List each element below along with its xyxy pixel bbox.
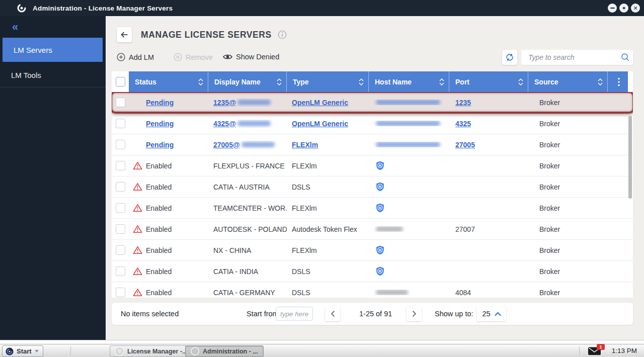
page-size-value: 25 [482, 310, 490, 318]
remote-shield-icon: R [376, 182, 384, 192]
host-name-cell: R [369, 203, 449, 213]
display-name-cell: 27005@ [208, 141, 287, 149]
app-logo-icon [191, 347, 199, 355]
circle-x-icon [174, 53, 182, 61]
page-size-dropdown[interactable]: 25 [477, 306, 506, 321]
start-button[interactable]: Start [2, 345, 43, 357]
start-from-input[interactable] [276, 307, 313, 321]
svg-text:R: R [379, 269, 382, 274]
column-header-status[interactable]: Status [129, 71, 208, 92]
redacted-host [376, 290, 408, 295]
sort-icon [359, 78, 364, 86]
selection-status: No items selected [121, 303, 179, 325]
search-input[interactable] [527, 53, 621, 62]
source-cell: Broker [528, 267, 608, 276]
start-label: Start [17, 347, 32, 355]
row-checkbox[interactable] [116, 98, 125, 107]
row-checkbox[interactable] [116, 266, 125, 276]
table-row[interactable]: Enabled AUTODESK - POLAND Autodesk Token… [112, 219, 633, 240]
source-cell: Broker [528, 246, 608, 254]
row-checkbox[interactable] [116, 182, 125, 192]
vertical-scrollbar-thumb[interactable] [628, 116, 632, 199]
sidebar-collapse-icon[interactable]: « [12, 21, 18, 34]
svg-text:R: R [379, 185, 382, 189]
mail-notification-icon[interactable]: 1 [588, 346, 601, 357]
add-lm-button[interactable]: Add LM [117, 53, 154, 61]
table-row[interactable]: Pending 4325@ OpenLM Generic 4325 Broker [112, 113, 633, 134]
port-cell: 1235 [449, 99, 528, 107]
port-text[interactable]: 4325 [455, 120, 471, 128]
column-header-display-name[interactable]: Display Name [208, 71, 287, 92]
table-row[interactable]: Enabled TEAMCENTER - WOR... FLEXlm R Bro… [112, 198, 633, 219]
row-checkbox-cell [112, 266, 129, 276]
select-all-checkbox[interactable] [116, 77, 125, 86]
display-name-cell: FLEXPLUS - FRANCE [208, 162, 287, 170]
source-cell: Broker [528, 120, 608, 128]
sidebar-item-lm-tools[interactable]: LM Tools [0, 63, 106, 87]
port-text: 27007 [455, 225, 475, 233]
host-name-cell [369, 100, 449, 105]
taskbar-clock: 1:13 PM [612, 347, 637, 354]
status-text: Enabled [146, 225, 172, 233]
display-name-text[interactable]: 27005@ [213, 141, 240, 149]
remote-shield-icon: R [376, 203, 384, 213]
type-cell: FLEXlm [287, 141, 369, 149]
column-header-source[interactable]: Source [528, 71, 608, 92]
port-text[interactable]: 1235 [455, 99, 471, 107]
type-text[interactable]: FLEXlm [292, 141, 318, 149]
taskbar-item-license-manager[interactable]: License Manager -... [110, 345, 193, 357]
remove-label: Remove [186, 53, 213, 61]
row-checkbox[interactable] [116, 119, 125, 128]
info-icon[interactable] [278, 30, 287, 39]
page-range: 1-25 of 91 [359, 303, 392, 325]
back-button[interactable] [117, 27, 132, 42]
column-header-port[interactable]: Port [449, 71, 528, 92]
table-row[interactable]: Enabled CATIA - GERMANY DSLS 4084 Broker [112, 282, 633, 298]
table-row[interactable]: Enabled NX - CHINA FLEXlm R Broker [112, 240, 633, 261]
type-text: Autodesk Token Flex [292, 225, 357, 233]
refresh-button[interactable] [502, 50, 517, 65]
type-cell: DSLS [287, 289, 369, 297]
redacted-host [376, 121, 440, 126]
table-row[interactable]: Enabled CATIA - INDIA DSLS R Broker [112, 261, 633, 282]
column-header-host-name[interactable]: Host Name [369, 71, 449, 92]
show-denied-button[interactable]: Show Denied [223, 53, 279, 61]
status-text[interactable]: Pending [146, 141, 174, 149]
table-row[interactable]: Pending 1235@ OpenLM Generic 1235 Broker [112, 92, 633, 113]
table-row[interactable]: Enabled CATIA - AUSTRIA DSLS R Broker [112, 176, 633, 198]
row-checkbox[interactable] [116, 288, 125, 297]
type-text[interactable]: OpenLM Generic [292, 99, 348, 107]
maximize-icon[interactable]: ✦ [619, 4, 628, 13]
display-name-cell: AUTODESK - POLAND [208, 225, 287, 233]
row-checkbox[interactable] [116, 224, 125, 234]
remove-button[interactable]: Remove [174, 53, 213, 61]
close-icon[interactable]: ✕ [631, 4, 640, 13]
row-checkbox[interactable] [116, 245, 125, 255]
sidebar-item-lm-servers[interactable]: LM Servers [3, 38, 103, 62]
columns-menu-kebab-icon[interactable] [608, 71, 628, 92]
status-text: Enabled [146, 183, 172, 191]
previous-page-button[interactable] [325, 306, 340, 321]
row-checkbox[interactable] [116, 140, 125, 149]
next-page-button[interactable] [407, 306, 422, 321]
source-text: Broker [539, 225, 560, 233]
status-text[interactable]: Pending [146, 99, 174, 107]
table-row[interactable]: Pending 27005@ FLEXlm 27005 Broker [112, 134, 633, 155]
port-text[interactable]: 27005 [455, 141, 475, 149]
row-checkbox[interactable] [116, 203, 125, 213]
sidebar: « LM Servers LM Tools [0, 16, 106, 340]
display-name-text[interactable]: 1235@ [213, 99, 236, 107]
status-text[interactable]: Pending [146, 120, 174, 128]
display-name-text[interactable]: 4325@ [213, 120, 236, 128]
minimize-icon[interactable] [608, 4, 617, 13]
type-cell: DSLS [287, 183, 369, 191]
taskbar-item-administration[interactable]: Administration - ... [185, 345, 264, 357]
start-logo-icon [6, 347, 14, 355]
row-checkbox[interactable] [116, 161, 125, 170]
status-cell: Enabled [129, 225, 208, 233]
column-header-type[interactable]: Type [287, 71, 369, 92]
type-text: DSLS [292, 183, 310, 191]
table-row[interactable]: Enabled FLEXPLUS - FRANCE FLEXlm R Broke… [112, 155, 633, 176]
type-text[interactable]: OpenLM Generic [292, 120, 348, 128]
source-text: Broker [539, 289, 560, 297]
